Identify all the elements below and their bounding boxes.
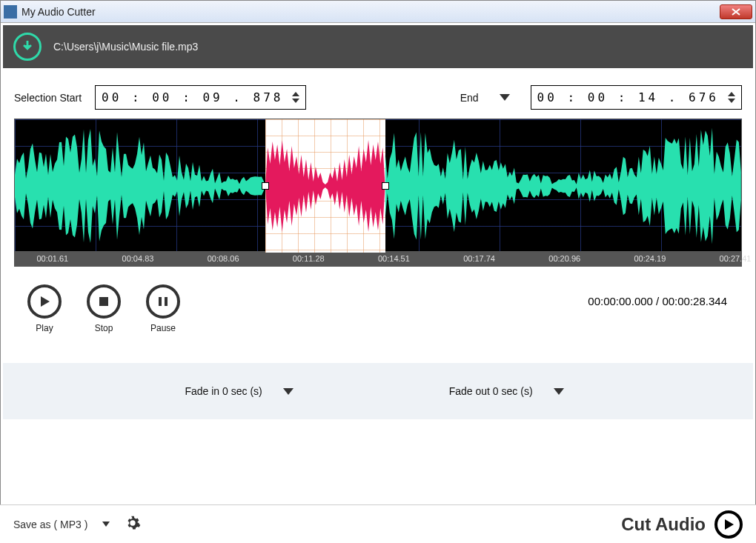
svg-marker-8	[725, 519, 734, 530]
timeline-mark: 00:20.96	[548, 254, 580, 263]
selection-row: Selection Start 00 : 00 : 09 . 878 End 0…	[1, 70, 755, 119]
arrow-right-icon	[714, 510, 743, 539]
timeline-mark: 00:04.83	[122, 254, 154, 263]
play-label: Play	[36, 323, 53, 333]
fade-in-dropdown[interactable]: Fade in 0 sec (s)	[185, 385, 300, 397]
start-spinner-down[interactable]	[292, 99, 299, 103]
fade-out-dropdown[interactable]: Fade out 0 sec (s)	[449, 385, 571, 397]
titlebar: My Audio Cutter	[1, 1, 755, 23]
app-icon	[4, 5, 17, 19]
cut-audio-button[interactable]: Cut Audio	[621, 510, 743, 539]
footer: Save as ( MP3 ) Cut Audio	[0, 504, 756, 543]
timeline-mark: 00:14.51	[378, 254, 410, 263]
window-title: My Audio Cutter	[21, 6, 96, 18]
timeline-mark: 00:27.41	[720, 254, 752, 263]
fade-row: Fade in 0 sec (s) Fade out 0 sec (s)	[3, 363, 753, 419]
pause-icon	[146, 284, 180, 319]
end-spinner-up[interactable]	[728, 92, 735, 96]
save-as-label: Save as ( MP3 )	[13, 519, 87, 530]
timeline-mark: 00:17.74	[463, 254, 495, 263]
selection-end-value: 00 : 00 : 14 . 676	[537, 90, 719, 104]
svg-marker-3	[385, 127, 741, 244]
pause-button[interactable]: Pause	[146, 284, 180, 333]
save-format-dropdown[interactable]	[102, 522, 110, 527]
timeline-mark: 00:11.28	[293, 254, 325, 263]
selection-start-label: Selection Start	[14, 92, 82, 104]
chevron-down-icon	[283, 388, 294, 395]
stop-icon	[87, 284, 121, 319]
selection-handle-left[interactable]	[262, 182, 269, 190]
pause-label: Pause	[150, 323, 176, 333]
waveform-full	[15, 119, 741, 253]
end-spinner-down[interactable]	[728, 99, 735, 103]
timeline-mark: 00:24.19	[634, 254, 666, 263]
fade-out-label: Fade out 0 sec (s)	[449, 385, 533, 397]
playback-controls: Play Stop Pause 00:00:00.000 / 00:00:28.…	[1, 267, 755, 341]
cut-audio-label: Cut Audio	[621, 514, 706, 535]
play-button[interactable]: Play	[27, 284, 62, 333]
selection-start-value: 00 : 00 : 09 . 878	[102, 90, 283, 104]
file-bar: C:\Users\j\Music\Music file.mp3	[3, 25, 753, 68]
fade-in-label: Fade in 0 sec (s)	[185, 385, 262, 397]
play-icon	[27, 284, 62, 319]
svg-rect-6	[159, 297, 162, 306]
settings-button[interactable]	[125, 515, 141, 533]
selection-start-input[interactable]: 00 : 00 : 09 . 878	[95, 85, 306, 110]
load-file-button[interactable]	[13, 33, 42, 61]
end-dropdown[interactable]	[500, 94, 510, 101]
time-display: 00:00:00.000 / 00:00:28.344	[588, 284, 742, 307]
svg-marker-2	[15, 129, 264, 243]
start-spinner-up[interactable]	[292, 92, 299, 96]
file-path: C:\Users\j\Music\Music file.mp3	[53, 41, 198, 53]
chevron-down-icon	[554, 388, 564, 395]
stop-label: Stop	[95, 323, 113, 333]
stop-button[interactable]: Stop	[87, 284, 121, 333]
selection-end-input[interactable]: 00 : 00 : 14 . 676	[531, 85, 742, 110]
timeline: 00:01.6100:04.8300:08.0600:11.2800:14.51…	[15, 251, 741, 266]
gear-icon	[125, 515, 141, 531]
svg-marker-4	[41, 296, 50, 307]
waveform[interactable]: 00:01.6100:04.8300:08.0600:11.2800:14.51…	[14, 119, 742, 267]
selection-handle-right[interactable]	[382, 182, 389, 190]
timeline-mark: 00:08.06	[208, 254, 239, 263]
svg-rect-7	[165, 297, 168, 306]
timeline-mark: 00:01.61	[36, 254, 68, 263]
close-button[interactable]	[720, 4, 752, 19]
selection-end-label: End	[460, 92, 479, 104]
svg-rect-5	[99, 297, 108, 306]
